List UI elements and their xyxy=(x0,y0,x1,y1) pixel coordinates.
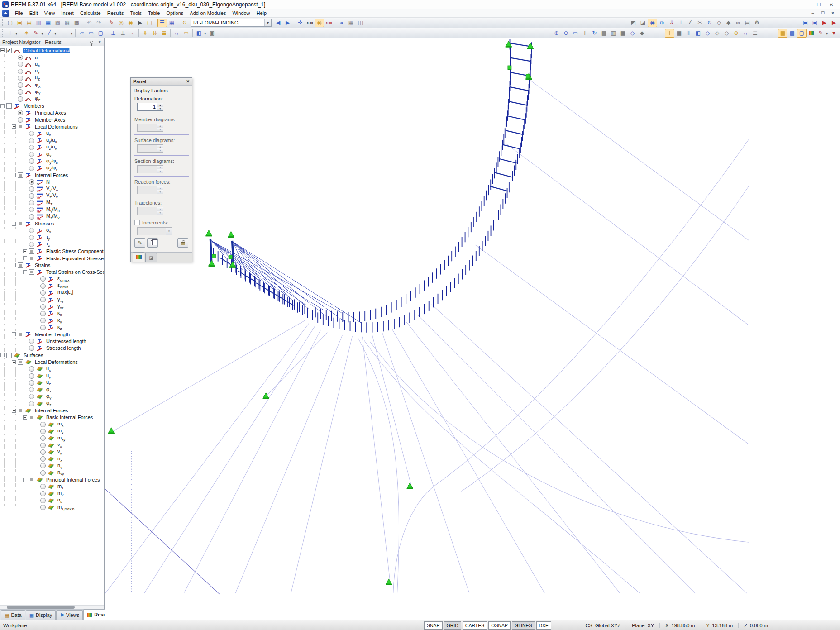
tree-radio[interactable] xyxy=(29,345,34,351)
tree-item[interactable]: κy xyxy=(0,317,104,324)
menu-table[interactable]: Table xyxy=(145,10,163,17)
work-plane-icon[interactable]: ◧ xyxy=(693,29,703,38)
tree-checkbox[interactable] xyxy=(29,256,34,261)
grid-origin-icon[interactable]: ⊕ xyxy=(731,29,741,38)
tree-radio[interactable] xyxy=(29,138,34,143)
visibility-preset-1-icon[interactable]: ▣ xyxy=(801,19,810,27)
tree-item[interactable]: Stresses xyxy=(0,220,104,227)
minimize-icon[interactable]: – xyxy=(800,1,812,8)
tree-item[interactable]: nxy xyxy=(0,469,104,476)
spin-down-icon[interactable]: ▼ xyxy=(158,107,163,110)
document-icon[interactable] xyxy=(2,10,9,17)
menu-edit[interactable]: Edit xyxy=(26,10,41,17)
tree-item[interactable]: φy/φu xyxy=(0,158,104,165)
tree-item[interactable]: MyMy/Mu xyxy=(0,206,104,213)
tree-item[interactable]: σx xyxy=(0,227,104,234)
tree-radio[interactable] xyxy=(29,394,34,399)
menu-view[interactable]: View xyxy=(41,10,58,17)
tree-item[interactable]: φz/φv xyxy=(0,165,104,172)
dimension-icon[interactable]: ↔ xyxy=(172,29,181,38)
tree-checkbox[interactable] xyxy=(18,408,23,413)
clipping-box-icon[interactable]: ▣ xyxy=(207,29,217,38)
extreme-values-icon[interactable]: X.XX xyxy=(305,19,315,27)
next-load-case-icon[interactable]: ▶ xyxy=(283,19,292,27)
nodal-support-icon[interactable]: ⊥ xyxy=(109,29,118,38)
tree-item[interactable]: uX xyxy=(0,61,104,68)
rotate-view-2-icon[interactable]: ↻ xyxy=(590,29,599,38)
goto-table-icon[interactable]: ▦ xyxy=(346,19,356,27)
collapse-icon[interactable] xyxy=(0,353,5,357)
tree-item[interactable]: φz xyxy=(0,400,104,407)
tree-item[interactable]: τy xyxy=(0,234,104,241)
mdi-close-icon[interactable]: ✕ xyxy=(828,10,838,16)
tree-radio[interactable] xyxy=(18,62,23,67)
tree-item[interactable]: m1 xyxy=(0,483,104,490)
tree-item[interactable]: Internal Forces xyxy=(0,172,104,178)
snap-target-icon[interactable]: ◎ xyxy=(116,19,126,27)
menu-calculate[interactable]: Calculate xyxy=(77,10,104,17)
navigator-close-icon[interactable]: ✕ xyxy=(97,40,102,44)
tree-radio[interactable] xyxy=(40,449,46,455)
tree-checkbox[interactable] xyxy=(29,415,34,420)
render-solid-icon[interactable]: ◩ xyxy=(629,19,638,27)
tree-radio[interactable] xyxy=(29,186,34,192)
toggle-osnap[interactable]: OSNAP xyxy=(488,621,511,630)
new-solid-icon[interactable]: ▭ xyxy=(86,29,96,38)
tree-item[interactable]: max|εx| xyxy=(0,289,104,296)
undo-icon[interactable]: ↶ xyxy=(85,19,94,27)
tree-item[interactable]: MTMT xyxy=(0,200,104,206)
new-surface-icon[interactable]: ▱ xyxy=(77,29,86,38)
tree-radio[interactable] xyxy=(29,380,34,386)
display-filter-tab[interactable]: ◪ xyxy=(145,253,157,262)
tab-views[interactable]: ⚑Views xyxy=(56,610,83,620)
comment-icon[interactable]: ▭ xyxy=(181,29,191,38)
tree-item[interactable]: ux xyxy=(0,130,104,137)
find-in-table-icon[interactable]: ◫ xyxy=(356,19,365,27)
tree-item[interactable]: Stressed length xyxy=(0,345,104,352)
tree-checkbox[interactable] xyxy=(29,477,34,482)
collapse-icon[interactable] xyxy=(12,124,16,129)
tree-item[interactable]: Internal Forces xyxy=(0,407,104,414)
move-grid-icon[interactable]: ↔ xyxy=(741,29,750,38)
menu-options[interactable]: Options xyxy=(163,10,186,17)
select-special-icon[interactable]: ✛▾ xyxy=(5,29,15,38)
zoom-in-icon[interactable]: ⊕ xyxy=(552,29,561,38)
project-navigator-toggle-icon[interactable]: ▦ xyxy=(778,29,788,38)
show-supports-icon[interactable]: ⊥ xyxy=(676,19,686,27)
chevron-down-icon[interactable]: ▼ xyxy=(264,19,271,26)
tree-radio[interactable] xyxy=(40,422,46,427)
copy-factors-button[interactable] xyxy=(147,238,158,248)
import-icon[interactable]: ▤ xyxy=(24,19,34,27)
tree-item[interactable]: Total Strains on Cross-Secti xyxy=(0,269,104,276)
tree-checkbox[interactable] xyxy=(6,103,12,109)
redo-icon[interactable]: ↷ xyxy=(94,19,104,27)
show-axes-icon[interactable]: ∠ xyxy=(686,19,695,27)
panel-title-bar[interactable]: Panel ✕ xyxy=(131,78,192,86)
mdi-minimize-icon[interactable]: – xyxy=(808,10,818,16)
tree-item[interactable]: κz xyxy=(0,324,104,331)
menu-results[interactable]: Results xyxy=(104,10,127,17)
tree-radio[interactable] xyxy=(18,96,23,102)
collapse-icon[interactable] xyxy=(0,104,5,108)
tree-radio[interactable] xyxy=(29,242,34,247)
guide-lines-icon[interactable]: ‖ xyxy=(684,29,693,38)
tree-item[interactable]: VyVy/Vu xyxy=(0,186,104,192)
bookmark-2-icon[interactable]: ▶ xyxy=(829,19,839,27)
increments-combobox[interactable]: ▼ xyxy=(137,227,172,235)
tree-item[interactable]: Member Axes xyxy=(0,116,104,123)
collapse-icon[interactable] xyxy=(12,360,16,364)
toggle-grid[interactable]: GRID xyxy=(444,621,461,630)
tree-radio[interactable] xyxy=(29,193,34,199)
menu-insert[interactable]: Insert xyxy=(58,10,77,17)
tree-item[interactable]: Basic Internal Forces xyxy=(0,414,104,421)
tree-item[interactable]: φy xyxy=(0,393,104,400)
tree-item[interactable]: uy/uu xyxy=(0,137,104,144)
visibility-icon[interactable]: ◧▾ xyxy=(194,29,204,38)
tree-checkbox[interactable] xyxy=(6,353,12,358)
tree-item[interactable]: u xyxy=(0,54,104,61)
edit-display-factors-button[interactable]: ✎ xyxy=(134,238,145,248)
tree-item[interactable]: mxy xyxy=(0,435,104,442)
tree-item[interactable]: Local Deformations xyxy=(0,123,104,130)
tree-checkbox[interactable] xyxy=(18,359,23,365)
toggle-cartes[interactable]: CARTES xyxy=(463,621,487,630)
